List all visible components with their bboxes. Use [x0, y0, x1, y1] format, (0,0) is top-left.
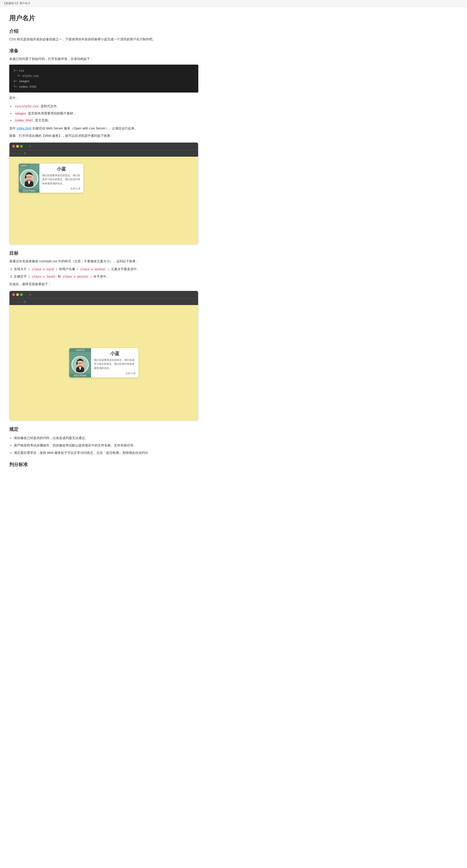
nav-forward-after[interactable]: → — [18, 300, 21, 304]
browser-body-after: Level 13 — [9, 305, 198, 421]
file-tree: ├─ css └─ style.css ├─ images └─ index.h… — [9, 65, 198, 93]
rules-title: 规定 — [9, 426, 198, 432]
page-content: 用户名片 介绍 CSS 样式是前端开发的必备技能之一，下面请用你丰富的经验帮小蓝… — [0, 7, 207, 479]
dot-green-after — [20, 293, 23, 296]
card-desc-after: 我们应该赞美岩石的坚定。我们应该学习岩石的坚定。我们应该对革命有着坚强的信念。 — [94, 358, 136, 370]
tree-line-3: ├─ images — [13, 79, 194, 84]
browser-plus-before[interactable]: + — [29, 145, 31, 148]
code-level: class = level — [31, 275, 57, 278]
goal-title: 目标 — [9, 250, 198, 256]
nav-back-before[interactable]: ← — [12, 152, 15, 155]
rule-item-3: 满足题目需求后，保持 Web 服务处于可以正常访问状态，点击「提交检测」系统绕会… — [14, 450, 198, 456]
code-points: class = points — [62, 275, 89, 278]
card-right-after: 小蓝 我们应该赞美岩石的坚定。我们应该学习岩石的坚定。我们应该对革命有着坚强的信… — [91, 348, 138, 377]
scoring-title: 判分标准 — [9, 461, 198, 468]
points-before: 5312 Points — [19, 189, 39, 193]
code-card: class = card — [31, 267, 55, 271]
tree-line-1: ├─ css — [13, 68, 194, 73]
main-title: 用户名片 — [9, 14, 198, 23]
tree-line-2: └─ style.css — [13, 73, 194, 79]
card-desc-before: 我们应该赞美岩石的坚定。我们应该学习岩石的坚定。我们应该对革命有着坚强的信念。 — [42, 174, 80, 186]
dot-red-after — [12, 293, 15, 296]
card-before: Level 1 — [19, 163, 83, 193]
browser-body-before: Level 1 — [9, 157, 198, 244]
avatar-svg-before — [21, 170, 38, 187]
rule-item-2: 请严格按照考试步骤操作，切勿修改考试默认提供项目中的文件名称、文件夹路径等。 — [14, 442, 198, 448]
prepare-list: css/style.css 是样式文件。 images 是页面布局需要用别的图片… — [14, 103, 198, 123]
nav-refresh-before[interactable]: ↺ — [23, 152, 26, 155]
card-left-before: Level 1 — [19, 163, 39, 193]
level-badge-after: Level 13 — [69, 348, 91, 352]
browser-mockup-after: + ← → ↺ ⋮ Level 13 — [9, 291, 198, 421]
browser-mockup-before: + ← → ↺ ⋮ Level 1 — [9, 142, 198, 245]
intro-content: CSS 样式是前端开发的必备技能之一，下面请用你丰富的经验帮小蓝完成一个漂亮的用… — [9, 37, 198, 42]
avatar-svg-after — [72, 357, 88, 373]
browser-nav-after: ← → ↺ ⋮ — [9, 298, 198, 305]
prepare-item-1: css/style.css 是样式文件。 — [14, 103, 198, 110]
card-name-after: 小蓝 — [94, 350, 136, 357]
prepare-action1: 选中 index.html 右键启动 Web Server 服务（Open wi… — [9, 126, 198, 131]
code-images: images — [14, 112, 27, 115]
card-signature-before: 蓝桥云课 — [42, 187, 80, 190]
nav-menu-after[interactable]: ⋮ — [192, 300, 195, 304]
rule-item-1: 请勿修改已经提供的代码，以免造成判题无法通过。 — [14, 435, 198, 441]
level-badge-before: Level 1 — [19, 163, 30, 167]
page-tab: 【真题练习】用户名片 — [0, 0, 467, 7]
card-after: Level 13 — [69, 348, 138, 377]
tree-line-4: └─ index.html — [13, 84, 194, 89]
index-html-link[interactable]: index.html — [16, 126, 31, 130]
browser-toolbar-after: + — [9, 291, 198, 298]
browser-plus-after[interactable]: + — [29, 293, 31, 297]
goal-item-1: 实现卡片（ class = card ）和用户头像（ class = avata… — [14, 266, 198, 272]
nav-forward-before[interactable]: → — [18, 152, 21, 155]
prepare-content: 本题已经内置了初始代码，打开实验环境，目录结构如下： — [9, 56, 198, 62]
dot-yellow-after — [16, 293, 19, 296]
goal-finish: 完成后，最终页面效果如下： — [9, 281, 198, 287]
nav-refresh-after[interactable]: ↺ — [23, 300, 26, 304]
nav-back-after[interactable]: ← — [12, 300, 15, 304]
nav-menu-before[interactable]: ⋮ — [192, 152, 195, 155]
svg-rect-12 — [76, 362, 77, 365]
avatar-after — [71, 356, 89, 373]
prepare-title: 准备 — [9, 48, 198, 54]
goal-list: 实现卡片（ class = card ）和用户头像（ class = avata… — [14, 266, 198, 280]
svg-rect-4 — [25, 176, 26, 179]
card-left-after: Level 13 — [69, 348, 91, 377]
rules-list: 请勿修改已经提供的代码，以免造成判题无法通过。 请严格按照考试步骤操作，切勿修改… — [14, 435, 198, 456]
tab-label: 【真题练习】用户名片 — [3, 2, 30, 5]
goal-intro: 请通过补充或者修改 css/style.css 中的样式（注意：不要修改元素大小… — [9, 259, 198, 264]
code-avatar: class = avatar — [79, 267, 107, 271]
card-signature-after: 蓝桥云课 — [94, 372, 136, 375]
card-name-before: 小蓝 — [42, 166, 80, 172]
browser-toolbar-before: + — [9, 143, 198, 150]
dot-red-before — [12, 145, 15, 148]
code-index-html: index.html — [14, 118, 34, 122]
prepare-action2: 接着，打开环境右侧的【Web 服务】，就可以在浏览器中看到如下效果： — [9, 133, 198, 139]
prepare-item-3: index.html 是主页面。 — [14, 117, 198, 123]
intro-title: 介绍 — [9, 28, 198, 34]
card-right-before: 小蓝 我们应该赞美岩石的坚定。我们应该学习岩石的坚定。我们应该对革命有着坚强的信… — [39, 163, 83, 193]
code-style-css: css/style.css — [14, 104, 40, 108]
browser-dots-after — [12, 293, 23, 296]
points-after: 5312 Points — [69, 374, 91, 377]
browser-dots-before — [12, 145, 23, 148]
browser-nav-before: ← → ↺ ⋮ — [9, 150, 198, 157]
prepare-item-2: images 是页面布局需要用别的图片素材。 — [14, 110, 198, 117]
dot-yellow-before — [16, 145, 19, 148]
prepare-note: 其中： — [9, 95, 198, 101]
avatar-before — [20, 169, 38, 188]
goal-item-2: 左侧文字（ class = level 和 class = points ）水平… — [14, 273, 198, 280]
dot-green-before — [20, 145, 23, 148]
